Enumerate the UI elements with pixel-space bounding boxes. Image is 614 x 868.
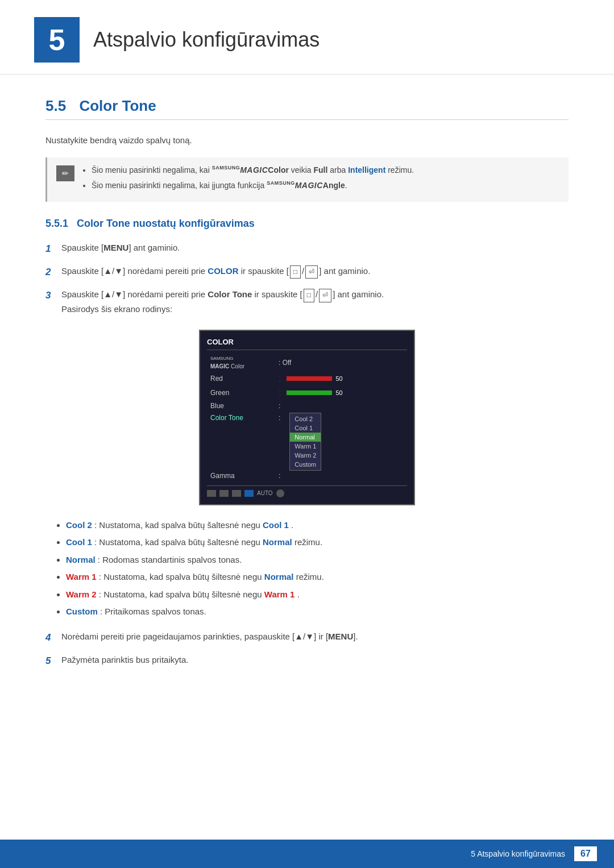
dropdown-normal: Normal bbox=[290, 433, 321, 442]
step-4: 4 Norėdami pereiti prie pageidaujamos pa… bbox=[45, 630, 569, 645]
bottom-icon-power bbox=[276, 489, 284, 497]
dropdown-warm1: Warm 1 bbox=[290, 442, 321, 451]
step-1: 1 Spauskite [MENU] ant gaminio. bbox=[45, 241, 569, 256]
footer-page-number: 67 bbox=[574, 846, 597, 861]
steps-after-list: 4 Norėdami pereiti prie pageidaujamos pa… bbox=[45, 630, 569, 668]
bottom-auto-label: AUTO bbox=[257, 490, 273, 496]
dropdown-cool2: Cool 2 bbox=[290, 414, 321, 423]
screen-row-blue: Blue : bbox=[207, 401, 407, 411]
dropdown-warm2: Warm 2 bbox=[290, 451, 321, 460]
option-normal: Normal : Rodomas standartinis spalvos to… bbox=[66, 554, 569, 567]
option-cool2: Cool 2 : Nustatoma, kad spalva būtų šalt… bbox=[66, 519, 569, 532]
option-warm2: Warm 2 : Nustatoma, kad spalva būtų šilt… bbox=[66, 588, 569, 601]
screen-row-green: Green : 50 bbox=[207, 387, 407, 399]
page-header: 5 Atspalvio konfigūravimas bbox=[0, 0, 614, 74]
bottom-icon-4 bbox=[244, 490, 254, 497]
subsection-title: Color Tone nuostatų konfigūravimas bbox=[77, 218, 255, 229]
note-icon bbox=[56, 165, 74, 181]
steps-list: 1 Spauskite [MENU] ant gaminio. 2 Spausk… bbox=[45, 241, 569, 316]
screen-row-color-tone: Color Tone : Cool 2 Cool 1 Normal Warm 1… bbox=[207, 413, 407, 471]
section-number: 5.5 bbox=[45, 97, 66, 114]
screen-row-red: Red : 50 bbox=[207, 372, 407, 385]
step-2: 2 Spauskite [▲/▼] norėdami pereiti prie … bbox=[45, 264, 569, 280]
options-list: Cool 2 : Nustatoma, kad spalva būtų šalt… bbox=[45, 519, 569, 618]
screen-mockup: COLOR SAMSUNGMAGIC Color : Off Red : 50 … bbox=[199, 330, 415, 505]
note-item-1: Šio meniu pasirinkti negalima, kai SAMSU… bbox=[92, 164, 414, 176]
section-heading: 5.5 Color Tone bbox=[45, 97, 569, 120]
step-3: 3 Spauskite [▲/▼] norėdami pereiti prie … bbox=[45, 288, 569, 315]
note-list: Šio meniu pasirinkti negalima, kai SAMSU… bbox=[82, 164, 414, 195]
screen-dropdown: Cool 2 Cool 1 Normal Warm 1 Warm 2 Custo… bbox=[289, 413, 321, 471]
bottom-icon-1 bbox=[207, 490, 216, 497]
screen-bottom-bar: AUTO bbox=[207, 485, 407, 497]
bottom-icon-3 bbox=[232, 490, 241, 497]
screen-row-gamma: Gamma : bbox=[207, 471, 407, 481]
page-footer: 5 Atspalvio konfigūravimas 67 bbox=[0, 840, 614, 868]
screen-mockup-wrapper: COLOR SAMSUNGMAGIC Color : Off Red : 50 … bbox=[45, 330, 569, 505]
chapter-title: Atspalvio konfigūravimas bbox=[93, 28, 320, 52]
subsection-number: 5.5.1 bbox=[45, 218, 68, 229]
screen-title: COLOR bbox=[207, 338, 407, 350]
section-description: Nustatykite bendrą vaizdo spalvų toną. bbox=[45, 134, 569, 147]
chapter-number: 5 bbox=[34, 17, 80, 63]
footer-chapter-label: 5 Atspalvio konfigūravimas bbox=[471, 849, 565, 858]
dropdown-cool1: Cool 1 bbox=[290, 423, 321, 433]
bottom-icon-2 bbox=[219, 490, 229, 497]
option-cool1: Cool 1 : Nustatoma, kad spalva būtų šalt… bbox=[66, 536, 569, 549]
option-custom: Custom : Pritaikomas spalvos tonas. bbox=[66, 605, 569, 618]
note-box: Šio meniu pasirinkti negalima, kai SAMSU… bbox=[45, 157, 569, 202]
note-item-2: Šio meniu pasirinkti negalima, kai įjung… bbox=[92, 180, 414, 192]
section-title: Color Tone bbox=[79, 97, 156, 114]
step-5: 5 Pažymėta parinktis bus pritaikyta. bbox=[45, 653, 569, 668]
screen-row-magic-color: SAMSUNGMAGIC Color : Off bbox=[207, 355, 407, 371]
dropdown-custom: Custom bbox=[290, 460, 321, 469]
subsection-heading: 5.5.1 Color Tone nuostatų konfigūravimas bbox=[45, 218, 569, 230]
option-warm1: Warm 1 : Nustatoma, kad spalva būtų šilt… bbox=[66, 571, 569, 584]
content-area: 5.5 Color Tone Nustatykite bendrą vaizdo… bbox=[0, 97, 614, 728]
